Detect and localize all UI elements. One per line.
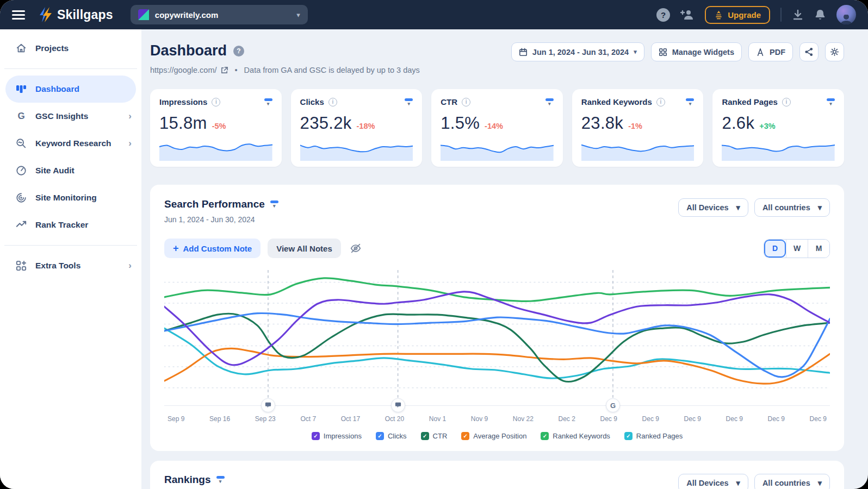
widget-date-range: Jun 1, 2024 - Jun 30, 2024 xyxy=(164,215,278,224)
sidebar-item-extra-tools[interactable]: Extra Tools › xyxy=(0,252,141,279)
project-favicon xyxy=(138,9,149,20)
legend-checkbox-icon[interactable]: ✓ xyxy=(312,432,320,440)
keyword-magnifier-icon xyxy=(15,138,27,149)
data-source-icon[interactable]: ▾ xyxy=(405,98,413,106)
granularity-month-button[interactable]: M xyxy=(808,240,829,258)
pdf-icon xyxy=(756,48,765,57)
kpi-card-ranked-pages: Ranked Pages i ▾ 2.6k +3% xyxy=(712,89,844,167)
notifications-bell-icon[interactable] xyxy=(814,9,826,21)
chevron-right-icon: › xyxy=(128,111,132,122)
kpi-sparkline xyxy=(159,138,272,161)
data-source-icon[interactable]: ▾ xyxy=(545,98,554,106)
external-link-icon xyxy=(220,66,228,74)
custom-note-marker[interactable] xyxy=(261,398,275,412)
sidebar-item-site-monitoring[interactable]: Site Monitoring xyxy=(0,184,141,211)
add-custom-note-button[interactable]: + Add Custom Note xyxy=(164,239,261,258)
topbar-divider xyxy=(780,8,782,22)
legend-item[interactable]: ✓Impressions xyxy=(312,432,362,440)
upgrade-button[interactable]: Upgrade xyxy=(705,6,770,24)
upgrade-label: Upgrade xyxy=(728,10,761,20)
custom-note-marker[interactable] xyxy=(391,398,405,412)
kpi-value: 235.2k xyxy=(300,114,352,133)
devices-filter-dropdown[interactable]: All Devices ▾ xyxy=(678,474,748,489)
trend-line-icon xyxy=(15,220,27,230)
date-range-picker[interactable]: Jun 1, 2024 - Jun 31, 2024 ▾ xyxy=(511,42,644,61)
view-all-notes-button[interactable]: View All Notes xyxy=(268,239,341,258)
info-icon[interactable]: i xyxy=(782,98,791,106)
kpi-value: 1.5% xyxy=(441,114,480,133)
legend-checkbox-icon[interactable]: ✓ xyxy=(421,432,429,440)
legend-checkbox-icon[interactable]: ✓ xyxy=(376,432,384,440)
legend-checkbox-icon[interactable]: ✓ xyxy=(461,432,469,440)
devices-filter-dropdown[interactable]: All Devices ▾ xyxy=(678,198,748,217)
kpi-card-row: Impressions i ▾ 15.8m -5% Clicks xyxy=(150,89,844,167)
share-button[interactable] xyxy=(799,42,819,61)
legend-item[interactable]: ✓CTR xyxy=(421,432,448,440)
note-bubble-icon xyxy=(395,402,401,409)
info-icon[interactable]: i xyxy=(212,98,220,106)
kpi-card-clicks: Clicks i ▾ 235.2k -18% xyxy=(291,89,423,167)
kpi-delta: +3% xyxy=(759,122,775,130)
plus-icon: + xyxy=(173,244,179,252)
sidebar-item-rank-tracker[interactable]: Rank Tracker xyxy=(0,211,141,239)
legend-item[interactable]: ✓Ranked Pages xyxy=(624,432,683,440)
info-icon[interactable]: i xyxy=(328,98,337,106)
legend-item[interactable]: ✓Average Position xyxy=(461,432,526,440)
export-pdf-button[interactable]: PDF xyxy=(748,42,793,61)
x-axis-tick-label: Sep 9 xyxy=(168,415,184,423)
chevron-down-icon: ▾ xyxy=(296,11,300,19)
settings-button[interactable] xyxy=(825,42,844,61)
gauge-icon xyxy=(15,165,27,176)
gear-icon xyxy=(830,47,839,57)
pdf-label: PDF xyxy=(770,48,785,57)
invite-user-icon[interactable] xyxy=(680,9,695,21)
info-icon[interactable]: i xyxy=(462,98,470,106)
brand-logo[interactable]: Skillgaps xyxy=(39,7,113,23)
sidebar-item-keyword-research[interactable]: Keyword Research › xyxy=(0,130,141,157)
data-source-icon[interactable]: ▾ xyxy=(686,98,694,106)
legend-item[interactable]: ✓Clicks xyxy=(376,432,407,440)
hamburger-menu-icon[interactable] xyxy=(12,10,25,20)
data-source-icon[interactable]: ▾ xyxy=(827,98,835,106)
sidebar-item-label: Site Audit xyxy=(35,166,75,175)
kpi-label: Impressions xyxy=(159,97,207,106)
separator-dot: • xyxy=(235,66,238,74)
kpi-value: 15.8m xyxy=(159,114,207,133)
sidebar-divider xyxy=(4,245,137,246)
granularity-week-button[interactable]: W xyxy=(786,240,808,258)
legend-item[interactable]: ✓Ranked Keywords xyxy=(541,432,610,440)
app-window: Skillgaps copywritely.com ▾ ? xyxy=(0,0,868,489)
sidebar-item-gsc-insights[interactable]: G GSC Insights › xyxy=(0,103,141,130)
countries-filter-dropdown[interactable]: All countries ▾ xyxy=(754,474,830,489)
share-icon xyxy=(804,47,814,57)
monitoring-rings-icon xyxy=(15,192,27,203)
sidebar-item-label: Extra Tools xyxy=(35,261,80,271)
manage-widgets-button[interactable]: Manage Widgets xyxy=(651,42,742,61)
help-icon[interactable]: ? xyxy=(656,8,670,22)
granularity-day-button[interactable]: D xyxy=(764,240,786,258)
search-performance-chart[interactable]: G xyxy=(164,270,830,406)
chevron-right-icon: › xyxy=(128,260,132,271)
data-source-icon[interactable]: ▾ xyxy=(264,98,272,106)
project-url-link[interactable]: https://google.com/ xyxy=(150,66,228,74)
page-help-icon[interactable]: ? xyxy=(233,46,244,57)
legend-checkbox-icon[interactable]: ✓ xyxy=(624,432,633,440)
devices-filter-label: All Devices xyxy=(686,203,728,212)
download-icon[interactable] xyxy=(792,9,804,21)
sidebar-item-dashboard[interactable]: Dashboard xyxy=(5,76,136,103)
google-update-marker[interactable]: G xyxy=(606,398,620,412)
project-selector-dropdown[interactable]: copywritely.com ▾ xyxy=(131,5,308,24)
countries-filter-dropdown[interactable]: All countries ▾ xyxy=(754,198,830,217)
data-source-icon[interactable]: ▾ xyxy=(216,476,225,484)
data-source-icon[interactable]: ▾ xyxy=(270,200,278,208)
chevron-down-icon: ▾ xyxy=(736,479,740,487)
sidebar-item-projects[interactable]: Projects xyxy=(0,35,141,62)
info-icon[interactable]: i xyxy=(656,98,665,106)
chevron-down-icon: ▾ xyxy=(818,479,822,487)
legend-label: CTR xyxy=(433,432,448,440)
sidebar-item-site-audit[interactable]: Site Audit xyxy=(0,157,141,184)
legend-checkbox-icon[interactable]: ✓ xyxy=(541,432,549,440)
hide-notes-eye-off-icon[interactable] xyxy=(350,242,362,254)
sidebar: Projects Dashboard G GSC Insights › xyxy=(0,29,141,489)
user-avatar[interactable] xyxy=(836,5,856,24)
